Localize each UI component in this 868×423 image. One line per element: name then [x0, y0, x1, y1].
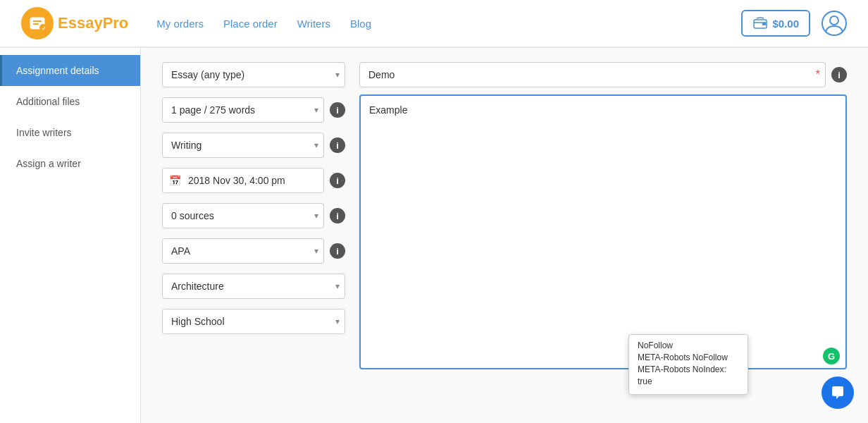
tooltip-row-2: META-Robots NoFollow — [638, 352, 739, 362]
deadline-input[interactable] — [162, 168, 324, 193]
form-grid: Essay (any type)Research PaperTerm Paper… — [162, 62, 847, 372]
nav-place-order[interactable]: Place order — [223, 18, 278, 30]
format-wrapper: APAMLAChicagoHarvard ▾ — [162, 238, 324, 264]
title-input-wrapper: * — [359, 62, 826, 87]
header: ✓ EssayPro My orders Place order Writers… — [0, 0, 868, 48]
tooltip-row-4: true — [638, 376, 739, 386]
deadline-wrapper: 📅 — [162, 168, 324, 193]
type-of-work-select[interactable]: WritingRewritingEditing — [162, 133, 324, 158]
main-nav: My orders Place order Writers Blog — [156, 18, 741, 30]
pages-words-info-icon[interactable]: i — [330, 102, 345, 118]
paper-type-wrapper: Essay (any type)Research PaperTerm Paper… — [162, 62, 345, 87]
nav-blog[interactable]: Blog — [350, 18, 371, 30]
nav-writers[interactable]: Writers — [297, 18, 330, 30]
title-info-icon[interactable]: i — [831, 67, 847, 82]
sources-group: 0 sources1 source2 sources3 sources ▾ i — [162, 203, 345, 228]
sources-select[interactable]: 0 sources1 source2 sources3 sources — [162, 203, 324, 228]
svg-text:✓: ✓ — [42, 25, 46, 32]
subject-group: ArchitectureBiologyChemistryComputer Sci… — [162, 274, 345, 299]
subject-select[interactable]: ArchitectureBiologyChemistryComputer Sci… — [162, 274, 345, 299]
format-group: APAMLAChicagoHarvard ▾ i — [162, 238, 345, 264]
paper-type-group: Essay (any type)Research PaperTerm Paper… — [162, 62, 345, 87]
education-level-wrapper: High SchoolCollegeUniversityPhD ▾ — [162, 309, 345, 334]
deadline-group: 📅 i — [162, 168, 345, 193]
wallet-icon — [752, 16, 768, 31]
logo-text: EssayPro — [58, 14, 128, 32]
format-select[interactable]: APAMLAChicagoHarvard — [162, 238, 324, 264]
deadline-info-icon[interactable]: i — [330, 173, 345, 188]
logo[interactable]: ✓ EssayPro — [21, 7, 128, 39]
svg-rect-6 — [762, 23, 766, 25]
title-group: * i — [359, 62, 847, 87]
education-level-group: High SchoolCollegeUniversityPhD ▾ — [162, 309, 345, 334]
sidebar: Assignment details Additional files Invi… — [0, 48, 141, 423]
format-info-icon[interactable]: i — [330, 243, 345, 259]
form-right: * i G — [359, 62, 847, 372]
grammarly-icon: G — [823, 348, 840, 364]
pages-words-select[interactable]: 1 page / 275 words2 pages / 550 words4 p… — [162, 97, 324, 123]
sidebar-item-invite-writers[interactable]: Invite writers — [0, 117, 140, 148]
type-of-work-info-icon[interactable]: i — [330, 137, 345, 153]
instructions-wrapper: G — [359, 94, 847, 372]
sidebar-item-assign-writer[interactable]: Assign a writer — [0, 148, 140, 179]
instructions-textarea[interactable] — [359, 94, 847, 369]
title-input[interactable] — [359, 62, 826, 87]
chat-button[interactable] — [822, 376, 854, 409]
svg-point-8 — [830, 16, 838, 25]
chat-icon — [830, 385, 845, 400]
logo-icon: ✓ — [21, 7, 54, 39]
type-of-work-wrapper: WritingRewritingEditing ▾ — [162, 133, 324, 158]
tooltip-popup: NoFollow META-Robots NoFollow META-Robot… — [628, 334, 748, 395]
tooltip-row-3: META-Robots NoIndex: — [638, 364, 739, 374]
title-required-mark: * — [816, 68, 820, 81]
content-area: Essay (any type)Research PaperTerm Paper… — [141, 48, 868, 423]
header-right: $0.00 — [741, 10, 847, 37]
sidebar-item-additional-files[interactable]: Additional files — [0, 86, 140, 117]
education-level-select[interactable]: High SchoolCollegeUniversityPhD — [162, 309, 345, 334]
pages-words-wrapper: 1 page / 275 words2 pages / 550 words4 p… — [162, 97, 324, 123]
paper-type-select[interactable]: Essay (any type)Research PaperTerm Paper… — [162, 62, 345, 87]
wallet-balance: $0.00 — [772, 18, 799, 30]
user-avatar-icon[interactable] — [822, 11, 847, 36]
pages-words-group: 1 page / 275 words2 pages / 550 words4 p… — [162, 97, 345, 123]
type-of-work-group: WritingRewritingEditing ▾ i — [162, 133, 345, 158]
subject-wrapper: ArchitectureBiologyChemistryComputer Sci… — [162, 274, 345, 299]
nav-my-orders[interactable]: My orders — [156, 18, 204, 30]
sidebar-item-assignment-details[interactable]: Assignment details — [0, 55, 140, 86]
wallet-button[interactable]: $0.00 — [741, 10, 810, 37]
sources-wrapper: 0 sources1 source2 sources3 sources ▾ — [162, 203, 324, 228]
sources-info-icon[interactable]: i — [330, 208, 345, 223]
form-left: Essay (any type)Research PaperTerm Paper… — [162, 62, 345, 372]
tooltip-row-1: NoFollow — [638, 341, 739, 350]
